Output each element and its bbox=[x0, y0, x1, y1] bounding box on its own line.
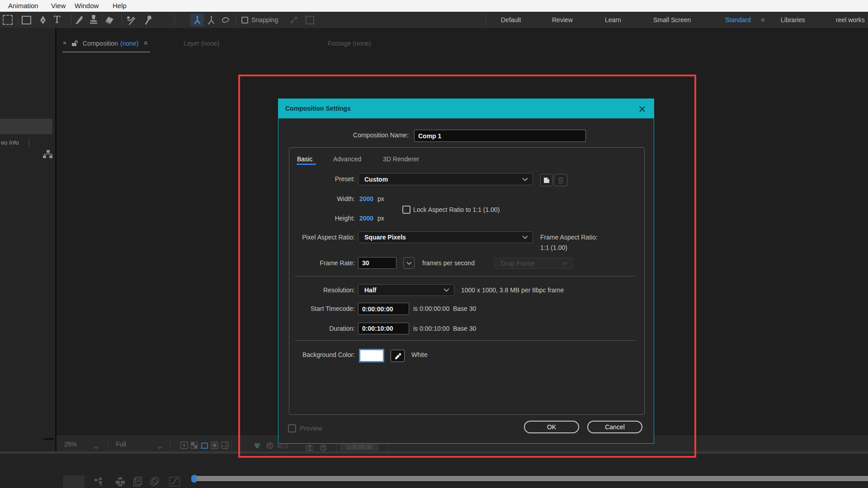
start-timecode-input[interactable]: 0:00:00:00 bbox=[358, 303, 409, 315]
tab-menu-icon[interactable]: ≡ bbox=[144, 39, 147, 47]
comp-family-icon[interactable] bbox=[114, 476, 127, 488]
background-color-swatch[interactable] bbox=[359, 349, 384, 362]
height-unit: px bbox=[377, 215, 384, 222]
timecode-box[interactable] bbox=[63, 475, 85, 488]
axis-mode-local-icon[interactable] bbox=[190, 14, 204, 26]
mask-box-icon[interactable] bbox=[303, 14, 316, 26]
workspace-reel-works[interactable]: reel works bbox=[836, 16, 865, 23]
lock-aspect-label: Lock Aspect Ratio to 1:1 (1.00) bbox=[413, 206, 500, 213]
roto-brush-icon[interactable] bbox=[124, 14, 137, 26]
frame-rate-dropdown-button[interactable] bbox=[403, 257, 415, 269]
comp-mini-flowchart-icon[interactable] bbox=[94, 477, 105, 488]
workspace-default[interactable]: Default bbox=[501, 16, 521, 23]
workspace-review[interactable]: Review bbox=[552, 16, 573, 23]
timeline-panel bbox=[0, 454, 868, 488]
menu-item-animation[interactable]: Animation bbox=[8, 2, 38, 9]
background-color-label: Background Color: bbox=[302, 351, 355, 358]
save-preset-button[interactable] bbox=[540, 174, 552, 186]
channel-wheels-icon[interactable] bbox=[253, 441, 261, 450]
preview-checkbox[interactable] bbox=[288, 424, 296, 432]
preset-label: Preset: bbox=[335, 175, 355, 183]
duration-input[interactable]: 0:00:10:00 bbox=[358, 323, 409, 334]
fps-suffix: frames per second bbox=[422, 259, 475, 267]
pen-tool-icon[interactable] bbox=[37, 14, 49, 26]
dialog-groupbox: Basic Advanced 3D Renderer Preset: Custo… bbox=[289, 147, 645, 415]
flowchart-icon[interactable] bbox=[42, 149, 53, 162]
resolution-info: 1000 x 1000, 3.8 MB per 8bpc frame bbox=[461, 286, 564, 294]
height-label: Height: bbox=[335, 215, 355, 222]
frame-rate-input[interactable]: 30 bbox=[358, 257, 396, 269]
preset-dropdown[interactable]: Custom bbox=[358, 173, 533, 185]
workspace-libraries[interactable]: Libraries bbox=[781, 16, 805, 23]
exposure-icon[interactable] bbox=[266, 441, 274, 450]
menu-item-window[interactable]: Window bbox=[75, 2, 99, 9]
axis-mode-world-icon[interactable] bbox=[205, 14, 217, 26]
width-value[interactable]: 2000 bbox=[359, 195, 373, 202]
drop-frame-dropdown: Drop Frame bbox=[495, 258, 573, 269]
region-of-interest-icon[interactable] bbox=[200, 441, 208, 450]
timeline-playhead[interactable] bbox=[191, 475, 196, 483]
exposure-value[interactable]: 40.0 bbox=[277, 443, 288, 450]
sidebar-panel-header[interactable] bbox=[0, 119, 52, 134]
lock-icon[interactable] bbox=[71, 40, 78, 48]
tab-close-icon[interactable]: × bbox=[63, 39, 66, 47]
chevron-down-icon bbox=[157, 443, 162, 451]
menu-item-view[interactable]: View bbox=[51, 2, 66, 9]
lock-aspect-checkbox[interactable] bbox=[402, 206, 410, 214]
ok-button[interactable]: OK bbox=[524, 421, 579, 433]
workspace-small-screen[interactable]: Small Screen bbox=[653, 16, 691, 23]
brush-tool-icon[interactable] bbox=[72, 14, 85, 26]
pixel-aspect-ratio-dropdown[interactable]: Square Pixels bbox=[358, 231, 533, 243]
height-value[interactable]: 2000 bbox=[359, 215, 373, 222]
tab-composition-label[interactable]: Composition bbox=[83, 40, 118, 47]
eraser-tool-icon[interactable] bbox=[103, 14, 116, 26]
axis-mode-view-icon[interactable] bbox=[219, 14, 231, 26]
tab-underline bbox=[62, 52, 150, 52]
workspace-standard[interactable]: Standard bbox=[725, 16, 751, 23]
workspace-learn[interactable]: Learn bbox=[605, 16, 621, 23]
workspace-menu-icon[interactable]: ≡ bbox=[761, 16, 764, 23]
tab-composition-state[interactable]: (none) bbox=[120, 40, 138, 47]
guides-icon[interactable] bbox=[221, 441, 229, 450]
start-timecode-info: is 0:00:00:00 Base 30 bbox=[413, 305, 476, 312]
layers-icon[interactable] bbox=[132, 476, 144, 488]
background-color-name: White bbox=[411, 351, 428, 358]
tab-basic[interactable]: Basic bbox=[297, 155, 312, 163]
dialog-title: Composition Settings bbox=[285, 105, 351, 112]
tab-advanced[interactable]: Advanced bbox=[333, 155, 361, 163]
eyedropper-button[interactable] bbox=[391, 350, 405, 362]
clone-stamp-icon[interactable] bbox=[87, 14, 100, 26]
type-tool-icon[interactable]: T bbox=[51, 14, 63, 26]
timeline-scrollbar[interactable] bbox=[196, 475, 868, 482]
marquee-tool-icon[interactable] bbox=[1, 14, 14, 26]
duration-label: Duration: bbox=[329, 325, 355, 332]
rectangle-tool-icon[interactable] bbox=[20, 14, 33, 26]
camera-snapshot-icon[interactable] bbox=[306, 443, 313, 452]
puppet-pin-icon[interactable] bbox=[142, 14, 155, 26]
snapshot-icon[interactable] bbox=[180, 441, 188, 450]
dialog-titlebar[interactable]: Composition Settings bbox=[278, 99, 654, 118]
mask-visibility-icon[interactable] bbox=[211, 441, 218, 450]
resolution-select[interactable]: Full bbox=[116, 441, 126, 448]
resolution-label: Resolution: bbox=[323, 286, 355, 294]
menu-item-help[interactable]: Help bbox=[113, 2, 127, 9]
tab-layer[interactable]: Layer (none) bbox=[184, 40, 219, 47]
snapping-label: Snapping bbox=[251, 16, 278, 23]
tab-3d-renderer[interactable]: 3D Renderer bbox=[383, 155, 419, 163]
resolution-dropdown[interactable]: Half bbox=[358, 284, 454, 296]
zoom-level-select[interactable]: 25% bbox=[64, 441, 77, 448]
composition-name-input[interactable]: Comp 1 bbox=[414, 130, 586, 142]
current-time-field[interactable]: 0:00:00:00 bbox=[340, 443, 379, 451]
show-snapshot-icon[interactable] bbox=[319, 443, 327, 452]
panel-grip[interactable] bbox=[44, 438, 54, 440]
delete-preset-button[interactable] bbox=[554, 174, 567, 186]
tab-footage[interactable]: Footage (none) bbox=[328, 40, 371, 47]
snapping-checkbox[interactable] bbox=[241, 17, 248, 23]
toolbar-divider bbox=[486, 14, 486, 25]
cancel-button[interactable]: Cancel bbox=[587, 421, 642, 433]
graph-editor-icon[interactable] bbox=[169, 476, 180, 488]
dialog-close-icon[interactable] bbox=[638, 105, 646, 114]
transparency-grid-icon[interactable] bbox=[190, 441, 198, 450]
blend-icon[interactable] bbox=[149, 476, 160, 488]
expand-arrows-icon[interactable] bbox=[288, 14, 300, 26]
